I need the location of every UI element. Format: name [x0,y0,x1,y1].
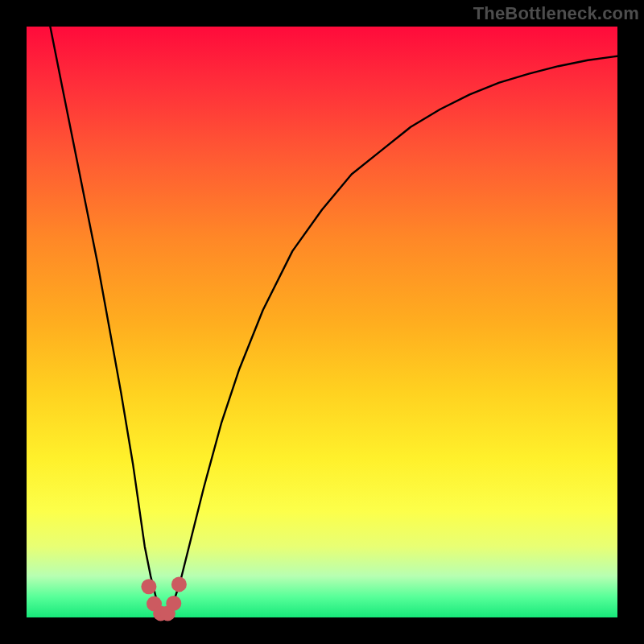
trough-marker [141,579,156,594]
marker-group [141,576,187,621]
chart-svg [0,0,644,644]
trough-marker [166,596,181,611]
watermark-text: TheBottleneck.com [473,3,639,24]
trough-marker [171,576,187,592]
chart-frame: TheBottleneck.com [0,0,644,644]
bottleneck-curve [50,27,617,614]
